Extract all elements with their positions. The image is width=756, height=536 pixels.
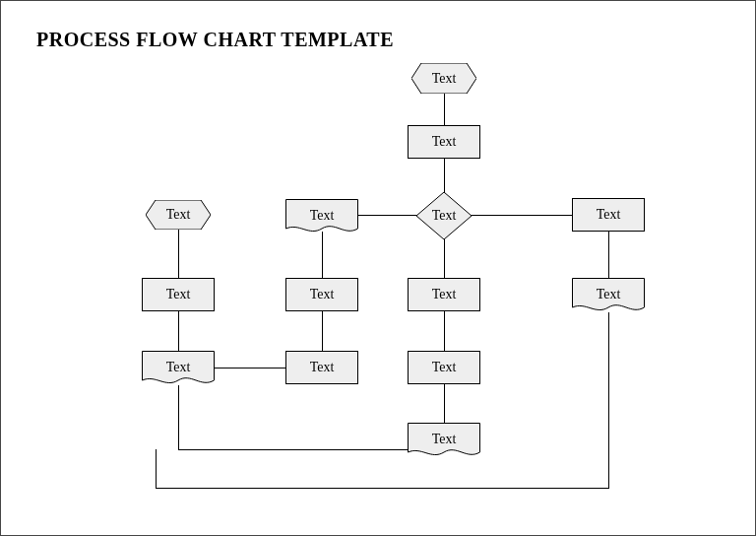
connector	[156, 449, 157, 489]
connector	[608, 312, 609, 488]
connector	[322, 311, 323, 351]
node-label: Text	[432, 71, 457, 87]
process-node-c2-r3: Text	[285, 351, 358, 384]
page-title: PROCESS FLOW CHART TEMPLATE	[36, 29, 394, 51]
connector	[444, 384, 445, 423]
node-label: Text	[432, 432, 457, 447]
node-label: Text	[432, 134, 457, 150]
node-label: Text	[166, 360, 191, 375]
connector	[178, 449, 408, 450]
connector	[178, 311, 179, 351]
connector	[156, 488, 609, 489]
decision-node: Text	[416, 192, 472, 239]
connector	[215, 368, 285, 368]
node-label: Text	[166, 287, 191, 302]
node-label: Text	[310, 287, 335, 302]
node-label: Text	[597, 207, 621, 223]
connector	[444, 238, 445, 278]
connector	[358, 215, 417, 216]
document-node-c2-r1: Text	[285, 199, 358, 235]
node-label: Text	[166, 207, 191, 223]
process-node-top: Text	[408, 125, 480, 159]
node-label: Text	[310, 208, 335, 224]
node-label: Text	[432, 208, 457, 224]
hexagon-node-top: Text	[411, 63, 476, 94]
hexagon-node-left: Text	[146, 200, 211, 230]
document-node-c1-r3: Text	[142, 351, 215, 387]
connector	[444, 159, 445, 193]
process-node-c3-r2: Text	[408, 278, 480, 311]
node-label: Text	[597, 287, 621, 302]
connector	[178, 385, 179, 449]
node-label: Text	[310, 360, 335, 375]
document-node-c3-r4: Text	[408, 423, 480, 459]
connector	[178, 230, 179, 278]
flowchart-canvas: PROCESS FLOW CHART TEMPLATE Text Text	[0, 0, 756, 536]
process-node-c4-r1: Text	[572, 198, 645, 232]
node-label: Text	[432, 287, 457, 302]
connector	[608, 232, 609, 278]
connector	[322, 232, 323, 278]
process-node-c3-r3: Text	[408, 351, 480, 384]
process-node-c1-r2: Text	[142, 278, 215, 311]
process-node-c2-r2: Text	[285, 278, 358, 311]
connector	[444, 311, 445, 351]
node-label: Text	[432, 360, 457, 375]
document-node-c4-r2: Text	[572, 278, 645, 314]
connector	[444, 94, 445, 125]
connector	[472, 215, 572, 216]
